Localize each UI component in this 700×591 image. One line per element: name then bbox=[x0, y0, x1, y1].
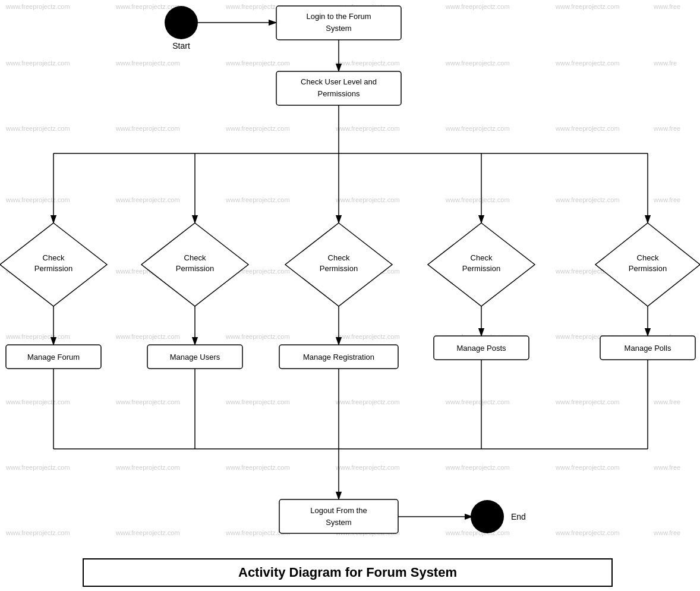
login-text-line2: System bbox=[326, 24, 351, 33]
manage-forum-text: Manage Forum bbox=[27, 353, 80, 361]
logout-box bbox=[279, 499, 398, 533]
login-text-line1: Login to the Forum bbox=[306, 12, 371, 21]
manage-registration-text: Manage Registration bbox=[303, 353, 374, 361]
end-label: End bbox=[511, 512, 526, 521]
manage-users-text: Manage Users bbox=[170, 353, 220, 361]
diagram-container: Start Login to the Forum System Check Us… bbox=[0, 0, 700, 591]
svg-text:Check: Check bbox=[637, 253, 659, 262]
check-user-level-line1: Check User Level and bbox=[301, 77, 377, 86]
start-circle bbox=[165, 6, 198, 39]
manage-polls-text: Manage Polls bbox=[625, 344, 671, 353]
svg-text:Permission: Permission bbox=[462, 264, 500, 273]
svg-text:Permission: Permission bbox=[176, 264, 214, 273]
start-label: Start bbox=[172, 41, 190, 51]
end-circle bbox=[471, 500, 504, 533]
svg-text:Check: Check bbox=[328, 253, 350, 262]
svg-text:Permission: Permission bbox=[34, 264, 72, 273]
svg-text:Check: Check bbox=[471, 253, 493, 262]
check-user-level-line2: Permissions bbox=[318, 89, 360, 98]
svg-text:Permission: Permission bbox=[320, 264, 358, 273]
logout-text-line2: System bbox=[326, 518, 351, 527]
svg-text:Check: Check bbox=[43, 253, 65, 262]
diagram-title: Activity Diagram for Forum System bbox=[238, 565, 457, 580]
svg-text:Permission: Permission bbox=[629, 264, 667, 273]
logout-text-line1: Logout From the bbox=[310, 506, 367, 515]
svg-text:Check: Check bbox=[184, 253, 206, 262]
manage-posts-text: Manage Posts bbox=[456, 344, 506, 353]
check-user-level-box bbox=[276, 71, 401, 105]
login-box bbox=[276, 6, 401, 40]
